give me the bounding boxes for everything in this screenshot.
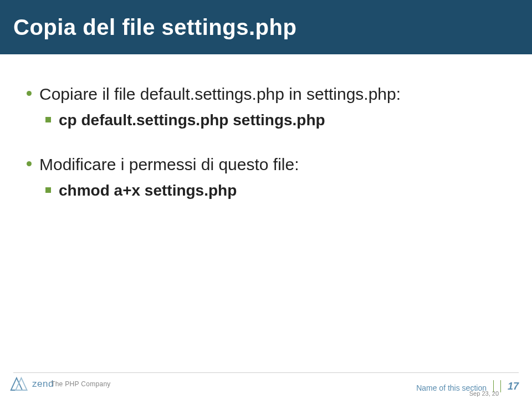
bullet-item: Modificare i permessi di questo file:	[27, 154, 499, 175]
footer-rule	[13, 372, 519, 373]
bullet-item: Copiare il file default.settings.php in …	[27, 83, 499, 105]
spacer	[27, 135, 499, 154]
sub-bullet-item: chmod a+x settings.php	[45, 181, 499, 201]
footer-right: Name of this section 17	[416, 380, 519, 392]
sub-bullet-text: chmod a+x settings.php	[59, 181, 237, 201]
brand-logo: zend	[10, 376, 54, 392]
sub-bullet-text: cp default.settings.php settings.php	[59, 110, 325, 130]
slide-title: Copia del file settings.php	[13, 15, 296, 40]
footer: zend The PHP Company Name of this sectio…	[0, 366, 532, 399]
bullet-dot-icon	[27, 161, 32, 166]
bullet-dot-icon	[27, 91, 32, 96]
brand-tagline: The PHP Company	[51, 380, 111, 388]
content-area: Copiare il file default.settings.php in …	[27, 83, 499, 206]
zend-mark-icon	[10, 376, 29, 392]
bullet-square-icon	[45, 117, 51, 122]
footer-date: Sep 23, 20	[469, 390, 499, 397]
bullet-text: Modificare i permessi di questo file:	[39, 154, 299, 175]
sub-bullet-item: cp default.settings.php settings.php	[45, 110, 499, 130]
footer-divider	[500, 380, 501, 392]
page-number: 17	[508, 381, 519, 392]
bullet-square-icon	[45, 187, 51, 193]
slide: Copia del file settings.php Copiare il f…	[0, 0, 532, 399]
title-bar: Copia del file settings.php	[0, 0, 532, 54]
bullet-text: Copiare il file default.settings.php in …	[39, 83, 401, 105]
